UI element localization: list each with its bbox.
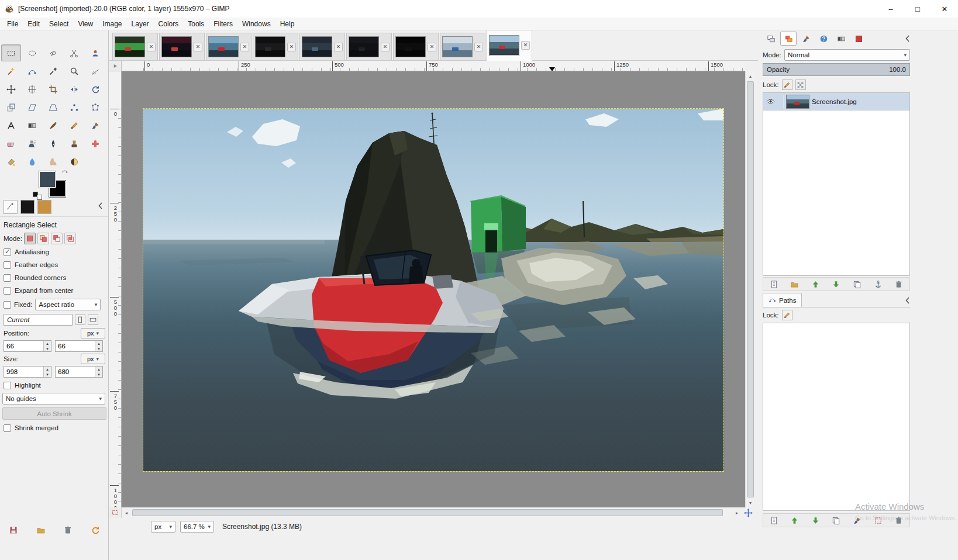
ruler-corner-button[interactable] bbox=[109, 61, 122, 71]
tool-rotate[interactable] bbox=[85, 81, 105, 98]
tool-fg-select[interactable] bbox=[85, 44, 105, 61]
image-tab-4[interactable]: ✕ bbox=[253, 33, 298, 60]
size-height-field[interactable]: ▴▾ bbox=[55, 366, 103, 378]
menu-colors[interactable]: Colors bbox=[154, 19, 184, 29]
menu-select[interactable]: Select bbox=[44, 19, 73, 29]
vertical-ruler[interactable]: 02505007501000 bbox=[109, 71, 122, 507]
tab-close-button[interactable]: ✕ bbox=[147, 43, 156, 51]
dock-collapse-button[interactable] bbox=[903, 34, 912, 43]
tool-ellipse-select[interactable] bbox=[22, 44, 42, 61]
layer-mode-select[interactable]: Normal▾ bbox=[784, 49, 910, 61]
size-width-stepper[interactable]: ▴▾ bbox=[43, 367, 51, 377]
dock-tab-3[interactable] bbox=[798, 32, 814, 46]
position-x-stepper[interactable]: ▴▾ bbox=[43, 341, 51, 351]
layers-arrow-down-button[interactable] bbox=[828, 278, 845, 290]
position-y-field[interactable]: ▴▾ bbox=[55, 340, 103, 352]
maximize-button[interactable]: □ bbox=[904, 0, 931, 18]
tool-pencil[interactable] bbox=[64, 117, 84, 134]
position-unit-select[interactable]: px▾ bbox=[81, 328, 105, 338]
dock-tab-2[interactable] bbox=[780, 32, 797, 46]
paths-arrow-up-button[interactable] bbox=[787, 514, 803, 526]
tool-mypaint[interactable] bbox=[43, 117, 63, 134]
quick-mask-toggle[interactable] bbox=[109, 507, 122, 518]
tool-cage[interactable] bbox=[85, 99, 105, 116]
tool-bucket[interactable] bbox=[1, 153, 21, 170]
menu-edit[interactable]: Edit bbox=[23, 19, 44, 29]
checkbox-expand-from-center[interactable]: Expand from center bbox=[0, 284, 109, 297]
tool-shear[interactable] bbox=[22, 99, 42, 116]
tool-measure[interactable] bbox=[85, 63, 105, 79]
lock-pixels-button[interactable] bbox=[782, 79, 792, 90]
zoom-select[interactable]: 66.7 %▾ bbox=[180, 521, 214, 533]
position-x-field[interactable]: ▴▾ bbox=[4, 340, 51, 352]
close-button[interactable]: ✕ bbox=[931, 0, 958, 18]
brush-dynamics-button[interactable] bbox=[4, 200, 18, 214]
mode-add-button[interactable] bbox=[37, 233, 49, 244]
horizontal-scroll-thumb[interactable] bbox=[132, 509, 723, 516]
mode-intersect-button[interactable] bbox=[64, 233, 76, 244]
tool-paths[interactable] bbox=[22, 63, 42, 79]
scroll-down-button[interactable]: ▾ bbox=[746, 498, 755, 507]
lock-alpha-button[interactable] bbox=[795, 79, 806, 90]
tool-free-select[interactable] bbox=[43, 44, 63, 61]
tab-close-button[interactable]: ✕ bbox=[474, 43, 483, 51]
tab-paths[interactable]: Paths bbox=[763, 293, 802, 307]
landscape-orientation-button[interactable] bbox=[88, 314, 98, 325]
swap-colors-button[interactable] bbox=[61, 168, 70, 178]
tool-smudge[interactable] bbox=[43, 153, 63, 170]
tool-heal[interactable] bbox=[85, 135, 105, 152]
tool-airbrush[interactable] bbox=[22, 135, 42, 152]
tab-close-button[interactable]: ✕ bbox=[381, 43, 390, 51]
horizontal-ruler[interactable]: 0250500750100012501500 bbox=[122, 61, 745, 71]
tool-perspective[interactable] bbox=[43, 99, 63, 116]
tool-text[interactable] bbox=[1, 117, 21, 134]
image-tab-1[interactable]: ✕ bbox=[112, 33, 158, 60]
layers-duplicate-button[interactable] bbox=[849, 278, 866, 290]
dock-tab-4[interactable] bbox=[815, 32, 832, 46]
layers-doc-new-button[interactable] bbox=[766, 278, 782, 290]
image-tab-6[interactable]: ✕ bbox=[346, 33, 392, 60]
trash-button[interactable] bbox=[59, 524, 77, 537]
menu-windows[interactable]: Windows bbox=[237, 19, 275, 29]
tab-close-button[interactable]: ✕ bbox=[521, 41, 530, 50]
paths-paintbrush-button[interactable] bbox=[849, 514, 866, 526]
tool-fuzzy-select[interactable] bbox=[1, 63, 21, 79]
tool-color-picker[interactable] bbox=[43, 63, 63, 79]
tool-handle-transform[interactable] bbox=[64, 99, 84, 116]
dock-tab-5[interactable] bbox=[833, 32, 849, 46]
size-unit-select[interactable]: px▾ bbox=[81, 354, 105, 364]
tab-close-button[interactable]: ✕ bbox=[287, 43, 296, 51]
scroll-left-button[interactable]: ◂ bbox=[122, 508, 131, 517]
menu-image[interactable]: Image bbox=[98, 19, 126, 29]
layers-folder-button[interactable] bbox=[787, 278, 803, 290]
layers-anchor-button[interactable] bbox=[870, 278, 886, 290]
tool-ink[interactable] bbox=[43, 135, 63, 152]
fixed-checkbox[interactable] bbox=[4, 301, 11, 309]
paths-sel-red-button[interactable] bbox=[870, 514, 886, 526]
opacity-slider[interactable]: Opacity 100.0 bbox=[763, 63, 910, 76]
scroll-right-button[interactable]: ▸ bbox=[732, 508, 742, 517]
image-tab-7[interactable]: ✕ bbox=[393, 33, 439, 60]
vertical-scrollbar[interactable]: ▴ ▾ bbox=[745, 71, 754, 507]
layers-arrow-up-button[interactable] bbox=[807, 278, 823, 290]
fixed-select[interactable]: Aspect ratio▾ bbox=[35, 299, 101, 310]
tool-align[interactable] bbox=[22, 81, 42, 98]
tool-blur[interactable] bbox=[22, 153, 42, 170]
checkbox-highlight[interactable]: Highlight bbox=[0, 379, 109, 392]
status-unit-select[interactable]: px▾ bbox=[151, 521, 175, 533]
tool-eraser[interactable] bbox=[1, 135, 21, 152]
scroll-up-button[interactable]: ▴ bbox=[746, 71, 755, 81]
paths-arrow-down-button[interactable] bbox=[807, 514, 823, 526]
tool-move[interactable] bbox=[1, 81, 21, 98]
image-tab-5[interactable]: ✕ bbox=[299, 33, 345, 60]
guides-select[interactable]: No guides▾ bbox=[2, 393, 105, 405]
paths-lock-strokes-button[interactable] bbox=[782, 310, 792, 320]
checkbox-feather-edges[interactable]: Feather edges bbox=[0, 258, 109, 271]
canvas-viewport[interactable] bbox=[122, 71, 745, 507]
tool-rect-select[interactable] bbox=[1, 44, 21, 61]
dock-tab-6[interactable] bbox=[850, 32, 867, 46]
reset-button[interactable] bbox=[87, 524, 104, 537]
menu-tools[interactable]: Tools bbox=[183, 19, 209, 29]
size-width-field[interactable]: ▴▾ bbox=[4, 366, 51, 378]
checkbox-shrink-merged[interactable]: Shrink merged bbox=[0, 421, 109, 434]
